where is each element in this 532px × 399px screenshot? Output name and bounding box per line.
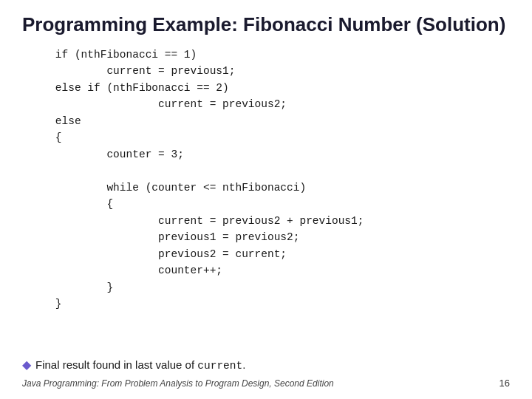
code-line: previous2 = current; [30,246,510,262]
code-line: { [30,196,510,212]
bullet-text-before: Final result found in last value of [35,358,197,371]
code-line: { [30,129,510,146]
code-line [30,163,510,179]
footer-page: 16 [499,378,510,389]
code-line: previous1 = previous2; [30,229,510,245]
bullet-text: Final result found in last value of curr… [35,358,245,372]
code-line: else if (nthFibonacci == 2) [30,80,510,96]
code-line: if (nthFibonacci == 1) [30,47,510,63]
code-line: current = previous2; [30,96,510,112]
footer-title: Java Programming: From Problem Analysis … [22,378,334,389]
bullet-diamond-icon: ◆ [22,358,31,372]
bullet-section: ◆ Final result found in last value of cu… [22,358,510,372]
code-line: current = previous1; [30,63,510,79]
code-line: } [30,279,510,296]
footer: Java Programming: From Problem Analysis … [22,378,510,389]
slide: Programming Example: Fibonacci Number (S… [0,0,532,399]
code-line: else [30,113,510,129]
code-line: counter++; [30,262,510,279]
code-line: } [30,296,510,312]
slide-title: Programming Example: Fibonacci Number (S… [22,13,510,36]
code-line: counter = 3; [30,146,510,163]
bullet-text-after: . [242,358,245,371]
bullet-code-word: current [197,360,242,372]
code-block: if (nthFibonacci == 1) current = previou… [22,47,510,350]
code-line: current = previous2 + previous1; [30,213,510,229]
code-line: while (counter <= nthFibonacci) [30,180,510,196]
